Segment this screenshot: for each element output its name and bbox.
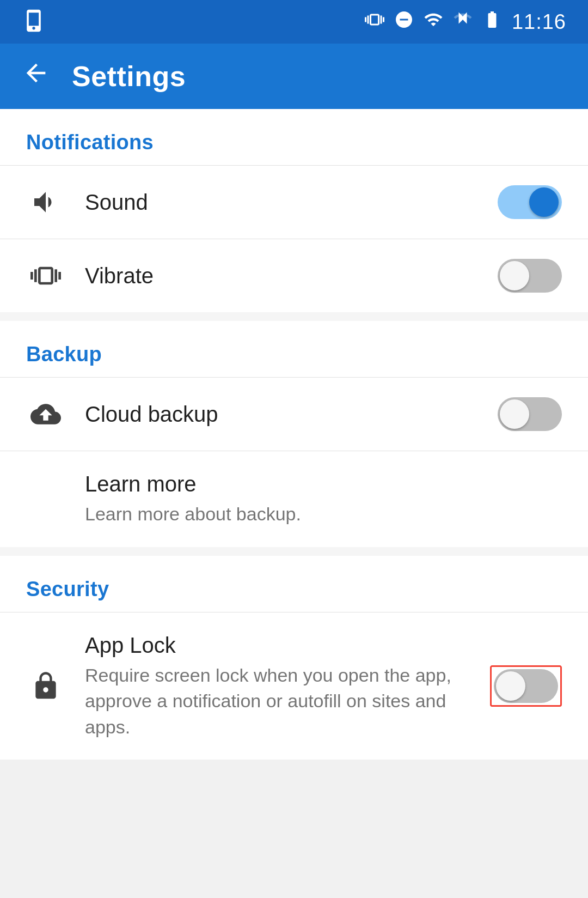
- sound-label: Sound: [85, 189, 491, 215]
- status-time: 11:16: [512, 10, 566, 34]
- app-lock-label: App Lock: [85, 632, 490, 658]
- notifications-section-header: Notifications: [0, 109, 588, 165]
- signal-status-icon: [453, 10, 473, 34]
- cloud-backup-toggle[interactable]: [498, 397, 562, 431]
- cloud-backup-toggle-thumb: [500, 399, 529, 429]
- back-button[interactable]: [22, 59, 50, 94]
- vibrate-setting-content: Vibrate: [85, 263, 491, 289]
- sound-setting-content: Sound: [85, 189, 491, 215]
- backup-section-header: Backup: [0, 321, 588, 377]
- status-bar: 11:16: [0, 0, 588, 44]
- learn-more-setting-content: Learn more Learn more about backup.: [85, 471, 562, 527]
- vibrate-setting-row: Vibrate: [0, 239, 588, 312]
- learn-more-setting-row[interactable]: Learn more Learn more about backup.: [0, 451, 588, 547]
- settings-content: Notifications Sound: [0, 109, 588, 760]
- app-lock-toggle-container: [490, 665, 562, 707]
- page-title: Settings: [72, 60, 186, 93]
- app-lock-toggle[interactable]: [494, 669, 558, 703]
- sound-icon: [26, 187, 65, 217]
- app-lock-subtitle: Require screen lock when you open the ap…: [85, 663, 490, 741]
- sound-toggle-thumb: [529, 187, 559, 217]
- vibrate-icon: [26, 260, 65, 291]
- vibrate-toggle[interactable]: [498, 259, 562, 293]
- status-bar-right: 11:16: [365, 10, 566, 34]
- cloud-backup-label: Cloud backup: [85, 401, 491, 427]
- battery-status-icon: [482, 10, 502, 34]
- cloud-backup-toggle-container: [491, 397, 562, 431]
- app-icon: [22, 9, 46, 35]
- learn-more-label: Learn more: [85, 471, 562, 497]
- learn-more-subtitle: Learn more about backup.: [85, 501, 562, 527]
- sound-toggle[interactable]: [498, 185, 562, 219]
- security-section-header: Security: [0, 556, 588, 612]
- notifications-section: Notifications Sound: [0, 109, 588, 312]
- app-lock-setting-content: App Lock Require screen lock when you op…: [85, 632, 490, 741]
- backup-section: Backup Cloud backup Learn more: [0, 321, 588, 547]
- sound-toggle-container: [491, 185, 562, 219]
- lock-icon: [26, 671, 65, 701]
- app-lock-toggle-highlight: [490, 665, 562, 707]
- vibrate-toggle-container: [491, 259, 562, 293]
- sound-setting-row: Sound: [0, 165, 588, 239]
- dnd-status-icon: [394, 10, 414, 34]
- wifi-status-icon: [424, 10, 443, 34]
- cloud-backup-setting-row: Cloud backup: [0, 377, 588, 451]
- app-lock-setting-row: App Lock Require screen lock when you op…: [0, 612, 588, 760]
- vibrate-toggle-thumb: [500, 261, 529, 290]
- app-bar: Settings: [0, 44, 588, 109]
- cloud-backup-setting-content: Cloud backup: [85, 401, 491, 427]
- vibrate-label: Vibrate: [85, 263, 491, 289]
- status-bar-left: [22, 9, 46, 35]
- vibrate-status-icon: [365, 10, 384, 34]
- security-section: Security App Lock Require screen lock wh…: [0, 556, 588, 760]
- cloud-backup-icon: [26, 399, 65, 429]
- app-lock-toggle-thumb: [496, 671, 525, 701]
